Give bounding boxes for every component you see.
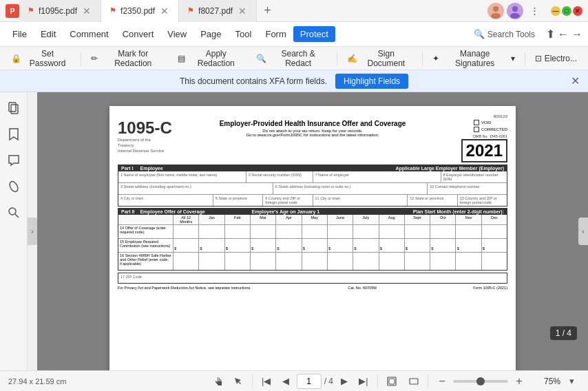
account-avatar[interactable] [487,3,504,19]
sidebar-item-pages[interactable] [3,98,24,118]
account-avatar-2[interactable] [507,3,523,19]
sidebar-item-comment[interactable] [3,150,24,171]
tab-icon-2: ⚑ [109,6,116,15]
menu-tool[interactable]: Tool [229,26,259,42]
svg-point-0 [493,6,498,12]
maximize-button[interactable]: □ [562,6,571,16]
highlight-fields-button[interactable]: Highlight Fields [335,74,408,89]
tab-filename-3: f8027.pdf [198,6,233,16]
form-subtitle2: Go to www.irs.gov/Form1095C for instruct… [180,133,445,137]
field-7: 7 Name of employer [313,171,441,182]
page-indicator: 1 / 4 [550,326,577,340]
select-tool-button[interactable] [230,373,246,390]
part2-row-15: 15 Employee Required Contribution (see i… [118,239,507,253]
toolbar-separator-4 [525,52,525,65]
page-number-input[interactable] [297,374,322,389]
sign-document-button[interactable]: ✍ Sign Document [342,46,418,71]
add-tab-button[interactable]: + [257,3,278,18]
col-label [118,215,174,224]
zoom-out-button[interactable]: − [434,373,450,390]
menu-edit[interactable]: Edit [34,26,63,42]
form-footer: For Privacy Act and Paperwork Reduction … [118,286,507,290]
irs-label: Internal Revenue Service [118,149,166,154]
part2-row-16: 16 Section 4980H Safe Harbor and Other R… [118,253,507,270]
zoom-thumb[interactable] [476,377,485,385]
field15-cell: 15 Employee Required Contribution (see i… [118,239,174,252]
f15-jan: $ [199,239,224,252]
electronic-button[interactable]: ⊡ Electro... [529,51,582,66]
f14-oct [430,225,456,238]
col-mar: Mar [251,215,276,224]
zoom-dropdown-button[interactable]: ▾ [563,373,580,390]
menu-protect[interactable]: Protect [293,26,335,42]
zoom-in-button[interactable]: + [511,373,527,390]
f16-aug [379,253,405,270]
f15-nov: $ [456,239,481,252]
apply-redaction-button[interactable]: ▤ Apply Redaction [172,46,249,71]
bottom-sep-1 [252,374,253,388]
next-page-button[interactable]: ▶ [336,373,353,390]
fit-width-button[interactable] [406,373,422,390]
tab-f8027[interactable]: ⚑ f8027.pdf ✕ [179,0,257,22]
col-july: July [353,215,379,224]
first-page-button[interactable]: |◀ [258,373,275,390]
right-panel-toggle[interactable]: ‹ [578,218,588,245]
svg-point-1 [491,13,501,19]
set-password-button[interactable]: 🔒 Set Password [6,46,76,71]
field6-label: 6 Country and ZIP or foreign postal code [265,196,310,204]
bottom-sep-2 [377,374,378,388]
left-panel-toggle[interactable]: › [28,218,37,245]
sig-icon: ✦ [432,54,439,63]
field1-label: 1 Name of employee (first name, middle i… [120,173,244,177]
menu-convert[interactable]: Convert [116,26,161,42]
part2-header: Part II Employee Offer of Coverage Emplo… [118,209,507,215]
sidebar-item-attachment[interactable] [3,176,24,197]
tab-close-3[interactable]: ✕ [237,4,248,18]
sign-icon: ✍ [347,54,357,63]
menu-page[interactable]: Page [193,26,228,42]
void-checkbox[interactable] [474,120,479,125]
col-aug: Aug [379,215,405,224]
fit-page-button[interactable] [384,373,400,390]
forward-icon[interactable]: → [571,28,582,41]
sidebar-item-search[interactable] [3,202,24,223]
form-right-header: VOID CORRECTED OMB No. 1545-0261 2021 [452,120,507,162]
f15-sep: $ [405,239,430,252]
menu-view[interactable]: View [160,26,193,42]
f15-may: $ [302,239,328,252]
corrected-checkbox[interactable] [474,127,479,132]
search-tools-label: Search Tools [487,30,535,39]
f15-aug: $ [379,239,405,252]
tab-close-2[interactable]: ✕ [159,4,170,18]
tab-close-1[interactable]: ✕ [81,4,92,18]
field13-label: 13 Country and ZIP or foreign postal cod… [460,196,505,204]
menu-file[interactable]: File [6,26,34,42]
back-icon[interactable]: ← [558,28,569,41]
field17-section: 17 ZIP Code [118,273,507,284]
menu-form[interactable]: Form [258,26,293,42]
zoom-slider-container[interactable] [453,377,508,386]
share-icon[interactable]: ⬆ [546,28,555,41]
notification-close-button[interactable]: ✕ [571,74,580,87]
mark-redaction-button[interactable]: ✏ Mark for Redaction [85,46,171,71]
f15-dec: $ [482,239,507,252]
prev-page-button[interactable]: ◀ [277,373,294,390]
tab-f2350[interactable]: ⚑ f2350.pdf ✕ [101,0,179,22]
close-button[interactable]: ✕ [573,6,582,16]
menu-comment[interactable]: Comment [63,26,115,42]
more-options-button[interactable]: ⋮ [526,3,543,19]
last-page-button[interactable]: ▶| [355,373,372,390]
hand-tool-button[interactable] [211,373,227,390]
part2-label: Part II [121,209,134,214]
title-bar-left: P [6,4,19,18]
tab-f1095c[interactable]: ⚑ f1095c.pdf ✕ [19,0,101,22]
col-all12: All 12 Months [174,215,199,224]
svg-rect-4 [9,103,16,112]
search-redact-button[interactable]: 🔍 Search & Redact [251,46,333,71]
sidebar-item-bookmark[interactable] [3,124,24,145]
zoom-controls: − + 75% ▾ [434,373,580,390]
minimize-button[interactable]: — [551,6,560,16]
manage-signatures-button[interactable]: ✦ Manage Signatures ▾ [427,46,521,71]
field-1: 1 Name of employee (first name, middle i… [118,171,246,182]
field-12: 12 State or province [408,195,457,206]
